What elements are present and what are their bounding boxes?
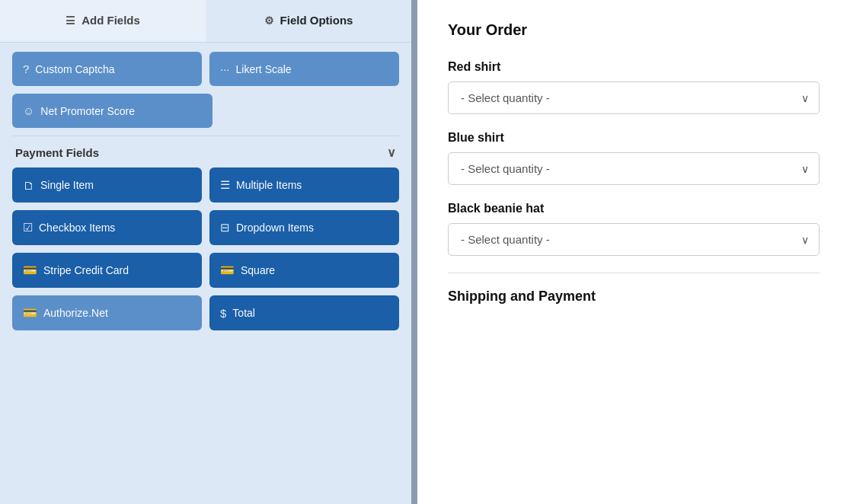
red-shirt-select[interactable]: - Select quantity - (448, 81, 820, 114)
authorize-net-icon: 💳 (23, 306, 37, 320)
blue-shirt-label: Blue shirt (448, 131, 820, 145)
checkbox-items-icon: ☑ (23, 221, 33, 234)
add-fields-label: Add Fields (81, 14, 140, 27)
payment-row-4: 💳 Authorize.Net $ Total (12, 295, 399, 330)
checkbox-items-button[interactable]: ☑ Checkbox Items (12, 210, 202, 245)
square-label: Square (241, 264, 275, 276)
extra-buttons-row: ☺ Net Promoter Score (12, 94, 399, 128)
likert-scale-label: Likert Scale (236, 63, 292, 75)
black-beanie-select[interactable]: - Select quantity - (448, 223, 820, 256)
order-title: Your Order (448, 21, 820, 39)
payment-fields-label: Payment Fields (15, 146, 99, 159)
authorize-net-label: Authorize.Net (43, 307, 108, 319)
multiple-items-label: Multiple Items (236, 179, 302, 191)
custom-captcha-button[interactable]: ? Custom Captcha (12, 52, 202, 86)
red-shirt-select-wrapper: - Select quantity - ∨ (448, 81, 820, 114)
total-button[interactable]: $ Total (209, 295, 399, 330)
single-item-label: Single Item (40, 179, 94, 191)
blue-shirt-select-wrapper: - Select quantity - ∨ (448, 152, 820, 185)
square-icon: 💳 (220, 263, 235, 277)
tab-add-fields[interactable]: ☰ Add Fields (0, 0, 206, 42)
top-buttons-row: ? Custom Captcha ··· Likert Scale (12, 52, 399, 86)
blue-shirt-select[interactable]: - Select quantity - (448, 152, 820, 185)
payment-fields-section-header[interactable]: Payment Fields ∨ (12, 136, 399, 167)
stripe-credit-card-button[interactable]: 💳 Stripe Credit Card (12, 253, 202, 288)
likert-scale-button[interactable]: ··· Likert Scale (209, 52, 399, 86)
black-beanie-select-wrapper: - Select quantity - ∨ (448, 223, 820, 256)
panel-divider (411, 0, 417, 504)
likert-scale-icon: ··· (220, 62, 230, 75)
order-item-blue-shirt: Blue shirt - Select quantity - ∨ (448, 131, 820, 185)
order-item-black-beanie: Black beanie hat - Select quantity - ∨ (448, 202, 820, 256)
black-beanie-label: Black beanie hat (448, 202, 820, 215)
single-item-button[interactable]: 🗋 Single Item (12, 167, 202, 203)
custom-captcha-label: Custom Captcha (35, 63, 114, 75)
tab-field-options[interactable]: ⚙ Field Options (206, 0, 411, 42)
total-label: Total (232, 307, 255, 319)
authorize-net-button[interactable]: 💳 Authorize.Net (12, 295, 202, 330)
right-panel: Your Order Red shirt - Select quantity -… (417, 0, 850, 504)
order-divider (448, 273, 820, 273)
dropdown-items-icon: ⊟ (220, 221, 230, 234)
custom-captcha-icon: ? (23, 62, 29, 75)
single-item-icon: 🗋 (23, 179, 34, 192)
add-fields-icon: ☰ (66, 14, 75, 27)
left-content: ? Custom Captcha ··· Likert Scale ☺ Net … (0, 43, 411, 504)
net-promoter-icon: ☺ (23, 104, 34, 117)
dropdown-items-label: Dropdown Items (236, 222, 314, 234)
payment-section-chevron: ∨ (387, 145, 396, 160)
left-panel: ☰ Add Fields ⚙ Field Options ? Custom Ca… (0, 0, 411, 504)
multiple-items-icon: ☰ (220, 178, 230, 192)
red-shirt-label: Red shirt (448, 60, 820, 74)
square-button[interactable]: 💳 Square (209, 253, 399, 288)
net-promoter-label: Net Promoter Score (40, 105, 135, 117)
stripe-icon: 💳 (23, 263, 37, 277)
checkbox-items-label: Checkbox Items (39, 222, 115, 234)
order-item-red-shirt: Red shirt - Select quantity - ∨ (448, 60, 820, 114)
multiple-items-button[interactable]: ☰ Multiple Items (209, 167, 399, 203)
payment-row-2: ☑ Checkbox Items ⊟ Dropdown Items (12, 210, 399, 245)
total-icon: $ (220, 307, 226, 320)
net-promoter-score-button[interactable]: ☺ Net Promoter Score (12, 94, 212, 128)
shipping-payment-title: Shipping and Payment (448, 289, 820, 305)
field-options-icon: ⚙ (264, 14, 274, 27)
payment-row-3: 💳 Stripe Credit Card 💳 Square (12, 253, 399, 288)
payment-row-1: 🗋 Single Item ☰ Multiple Items (12, 167, 399, 203)
tabs-bar: ☰ Add Fields ⚙ Field Options (0, 0, 411, 43)
field-options-label: Field Options (280, 14, 353, 27)
dropdown-items-button[interactable]: ⊟ Dropdown Items (209, 210, 399, 245)
stripe-label: Stripe Credit Card (43, 264, 129, 276)
